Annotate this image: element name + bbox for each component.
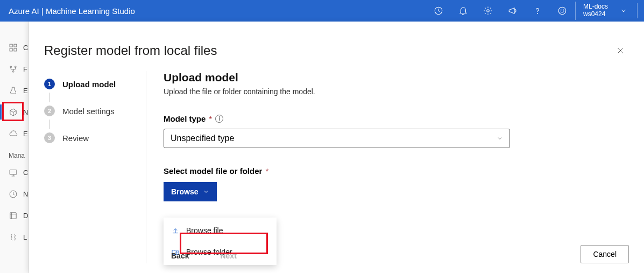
- workspace-name: ws0424: [583, 11, 608, 18]
- register-model-panel: Register model from local files 1 Upload…: [29, 22, 644, 273]
- svg-rect-9: [14, 48, 17, 51]
- app-header: Azure AI | Machine Learning Studio ML-do…: [0, 0, 644, 22]
- divider: [637, 3, 638, 18]
- svg-point-12: [12, 71, 14, 72]
- browse-button[interactable]: Browse: [164, 182, 217, 201]
- workspace-org: ML-docs: [583, 3, 608, 11]
- step-review[interactable]: 3 Review: [44, 129, 146, 146]
- svg-point-4: [561, 10, 561, 10]
- svg-rect-7: [14, 44, 17, 47]
- step-upload-model[interactable]: 1 Upload model: [44, 75, 146, 93]
- megaphone-icon[interactable]: [501, 0, 525, 22]
- upload-file-icon: [171, 226, 180, 235]
- next-button: Next: [213, 248, 244, 263]
- chevron-down-icon: [497, 135, 503, 142]
- step-connector: [49, 120, 50, 129]
- wizard-steps: 1 Upload model 2 Model settings 3 Review: [44, 71, 146, 263]
- bell-icon[interactable]: [451, 0, 475, 22]
- browse-file-item[interactable]: Browse file: [164, 220, 277, 241]
- info-icon[interactable]: i: [215, 115, 223, 123]
- chevron-down-icon: [620, 7, 627, 15]
- sidebar-manage-2[interactable]: D: [0, 205, 29, 226]
- left-nav: C F E N E Mana C N D L: [0, 22, 29, 273]
- form-area: Upload model Upload the file or folder c…: [146, 71, 629, 263]
- workspace-picker[interactable]: ML-docs ws0424: [575, 2, 632, 20]
- svg-rect-15: [10, 212, 16, 218]
- gear-icon[interactable]: [476, 0, 500, 22]
- form-heading: Upload model: [164, 71, 629, 84]
- help-icon[interactable]: [526, 0, 549, 22]
- model-type-value: Unspecified type: [171, 134, 234, 143]
- section-manage: Mana: [0, 144, 29, 162]
- cancel-button[interactable]: Cancel: [581, 245, 629, 263]
- svg-rect-13: [10, 170, 17, 174]
- step-model-settings[interactable]: 2 Model settings: [44, 102, 146, 120]
- sidebar-manage-0[interactable]: C: [0, 162, 29, 183]
- svg-rect-8: [10, 48, 12, 51]
- close-icon[interactable]: [612, 42, 629, 59]
- sidebar-item-2[interactable]: E: [0, 80, 29, 101]
- sidebar-item-1[interactable]: F: [0, 58, 29, 80]
- sidebar-item-0[interactable]: C: [0, 37, 29, 58]
- clock-icon[interactable]: [427, 0, 450, 22]
- panel-header: Register model from local files: [44, 42, 629, 59]
- svg-point-11: [15, 66, 16, 67]
- header-actions: ML-docs ws0424: [427, 0, 638, 22]
- back-button[interactable]: Back: [164, 248, 196, 263]
- svg-point-1: [487, 10, 490, 12]
- svg-rect-6: [10, 44, 12, 47]
- select-file-label: Select model file or folder*: [164, 166, 629, 176]
- panel-body: 1 Upload model 2 Model settings 3 Review…: [44, 71, 629, 263]
- app-title: Azure AI | Machine Learning Studio: [9, 6, 427, 16]
- sidebar-item-4[interactable]: E: [0, 123, 29, 144]
- sidebar-manage-3[interactable]: L: [0, 226, 29, 248]
- panel-title: Register model from local files: [44, 43, 217, 58]
- form-subheading: Upload the file or folder containing the…: [164, 87, 629, 96]
- model-type-select[interactable]: Unspecified type: [164, 129, 510, 148]
- smiley-icon[interactable]: [550, 0, 574, 22]
- sidebar-item-models[interactable]: N: [0, 101, 29, 123]
- model-type-label: Model type* i: [164, 114, 629, 123]
- svg-point-3: [558, 7, 566, 15]
- svg-point-5: [563, 10, 564, 10]
- svg-point-10: [10, 66, 12, 67]
- step-connector: [49, 93, 50, 102]
- sidebar-manage-1[interactable]: N: [0, 183, 29, 205]
- svg-point-2: [537, 13, 538, 13]
- wizard-nav-buttons: Back Next: [164, 248, 244, 263]
- chevron-down-icon: [203, 188, 209, 195]
